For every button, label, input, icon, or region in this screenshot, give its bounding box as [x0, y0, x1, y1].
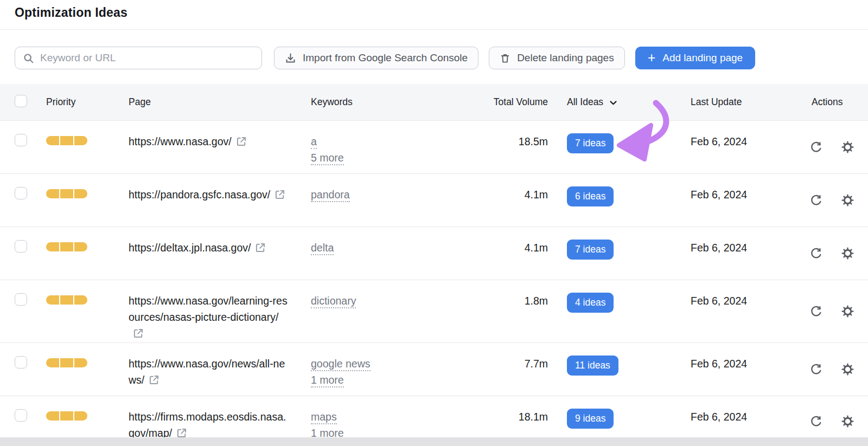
- search-icon: [23, 53, 34, 64]
- keyword-link[interactable]: maps: [311, 411, 337, 424]
- external-link-icon[interactable]: [236, 136, 247, 147]
- total-volume-value: 7.7m: [477, 343, 548, 396]
- search-box: [15, 47, 262, 69]
- priority-indicator: [46, 295, 87, 305]
- keywords-cell: dictionary: [311, 280, 477, 342]
- keyword-link[interactable]: pandora: [311, 189, 350, 202]
- refresh-icon[interactable]: [810, 194, 822, 206]
- column-header-priority: Priority: [46, 96, 129, 108]
- keyword-link[interactable]: delta: [311, 242, 334, 255]
- refresh-icon[interactable]: [810, 363, 822, 376]
- toolbar: Import from Google Search Console Delete…: [0, 30, 868, 84]
- row-checkbox[interactable]: [15, 409, 27, 422]
- search-input[interactable]: [40, 52, 254, 64]
- page-url-link[interactable]: https://www.nasa.gov/learning-resources/…: [129, 293, 289, 341]
- all-ideas-filter-label: All Ideas: [567, 96, 603, 108]
- table-row: https://pandora.gsfc.nasa.gov/pandora4.1…: [0, 173, 868, 227]
- row-checkbox[interactable]: [15, 293, 27, 306]
- column-header-actions: Actions: [805, 96, 868, 108]
- ideas-button[interactable]: 6 ideas: [567, 186, 614, 206]
- keyword-link[interactable]: 5 more: [311, 152, 344, 165]
- gear-icon[interactable]: [841, 305, 854, 318]
- table-header-row: Priority Page Keywords Total Volume All …: [0, 84, 868, 120]
- import-gsc-label: Import from Google Search Console: [303, 52, 468, 64]
- download-icon: [285, 53, 296, 64]
- priority-indicator: [46, 358, 87, 367]
- add-landing-page-label: Add landing page: [662, 52, 743, 64]
- ideas-button[interactable]: 11 ideas: [567, 355, 618, 376]
- add-landing-page-button[interactable]: + Add landing page: [635, 47, 756, 69]
- refresh-icon[interactable]: [810, 247, 822, 260]
- keywords-cell: google news1 more: [311, 343, 477, 396]
- ideas-button[interactable]: 4 ideas: [567, 293, 614, 313]
- bottom-edge-strip: [0, 437, 868, 446]
- keywords-cell: delta: [311, 227, 477, 280]
- keyword-link[interactable]: a: [311, 135, 317, 149]
- external-link-icon[interactable]: [176, 428, 187, 438]
- keywords-cell: a5 more: [311, 121, 477, 173]
- priority-indicator: [46, 189, 87, 198]
- external-link-icon[interactable]: [255, 242, 266, 253]
- table-row: https://www.nasa.gov/learning-resources/…: [0, 280, 868, 342]
- ideas-button[interactable]: 7 ideas: [567, 133, 614, 153]
- all-ideas-filter-dropdown[interactable]: All Ideas: [567, 96, 618, 108]
- row-checkbox[interactable]: [15, 356, 27, 369]
- priority-indicator: [46, 242, 87, 251]
- ideas-button[interactable]: 9 ideas: [567, 409, 614, 429]
- row-checkbox[interactable]: [15, 187, 27, 199]
- import-gsc-button[interactable]: Import from Google Search Console: [274, 47, 478, 69]
- optimization-ideas-page: Optimization Ideas Import from Google Se…: [0, 0, 868, 446]
- keyword-link[interactable]: dictionary: [311, 295, 356, 308]
- gear-icon[interactable]: [841, 141, 854, 153]
- keyword-link[interactable]: 1 more: [311, 374, 344, 387]
- column-header-page: Page: [129, 96, 311, 108]
- title-bar: Optimization Ideas: [0, 0, 868, 30]
- keywords-cell: pandora: [311, 174, 477, 227]
- page-url-link[interactable]: https://firms.modaps.eosdis.nasa.gov/map…: [129, 409, 289, 441]
- ideas-button[interactable]: 7 ideas: [567, 240, 614, 260]
- external-link-icon[interactable]: [149, 374, 159, 385]
- last-update-value: Feb 6, 2024: [691, 227, 805, 280]
- chevron-down-icon: [609, 98, 618, 107]
- keyword-link[interactable]: google news: [311, 358, 371, 371]
- total-volume-value: 4.1m: [477, 227, 548, 280]
- column-header-last-update: Last Update: [691, 96, 805, 108]
- row-checkbox[interactable]: [15, 134, 27, 146]
- plus-icon: +: [648, 51, 656, 64]
- refresh-icon[interactable]: [810, 141, 822, 153]
- trash-icon: [500, 53, 510, 64]
- table-row: https://www.nasa.gov/news/all-news/googl…: [0, 342, 868, 396]
- gear-icon[interactable]: [841, 415, 854, 428]
- table-row: https://deltax.jpl.nasa.gov/delta4.1m7 i…: [0, 227, 868, 280]
- page-url-link[interactable]: https://deltax.jpl.nasa.gov/: [129, 240, 266, 256]
- last-update-value: Feb 6, 2024: [691, 343, 805, 396]
- select-all-checkbox[interactable]: [15, 95, 27, 107]
- gear-icon[interactable]: [841, 363, 854, 376]
- column-header-keywords: Keywords: [311, 96, 477, 108]
- last-update-value: Feb 6, 2024: [691, 280, 805, 342]
- delete-landing-pages-label: Delete landing pages: [517, 52, 614, 64]
- row-checkbox[interactable]: [15, 240, 27, 253]
- priority-indicator: [46, 411, 87, 421]
- refresh-icon[interactable]: [810, 415, 822, 428]
- total-volume-value: 4.1m: [477, 174, 548, 227]
- landing-pages-table: Priority Page Keywords Total Volume All …: [0, 84, 868, 446]
- external-link-icon[interactable]: [133, 328, 144, 339]
- last-update-value: Feb 6, 2024: [691, 174, 805, 227]
- page-url-link[interactable]: https://www.nasa.gov/: [129, 133, 247, 150]
- column-header-total-volume: Total Volume: [477, 96, 548, 108]
- table-row: https://www.nasa.gov/a5 more18.5m7 ideas…: [0, 120, 868, 173]
- page-url-link[interactable]: https://www.nasa.gov/news/all-news/: [129, 355, 289, 388]
- delete-landing-pages-button[interactable]: Delete landing pages: [489, 47, 625, 69]
- total-volume-value: 1.8m: [477, 280, 548, 342]
- priority-indicator: [46, 136, 87, 145]
- table-body: https://www.nasa.gov/a5 more18.5m7 ideas…: [0, 120, 868, 446]
- external-link-icon[interactable]: [275, 189, 285, 200]
- page-url-link[interactable]: https://pandora.gsfc.nasa.gov/: [129, 186, 285, 203]
- total-volume-value: 18.5m: [477, 121, 548, 173]
- refresh-icon[interactable]: [810, 305, 822, 318]
- gear-icon[interactable]: [841, 194, 854, 206]
- gear-icon[interactable]: [841, 247, 854, 260]
- last-update-value: Feb 6, 2024: [691, 121, 805, 173]
- page-title: Optimization Ideas: [15, 5, 127, 20]
